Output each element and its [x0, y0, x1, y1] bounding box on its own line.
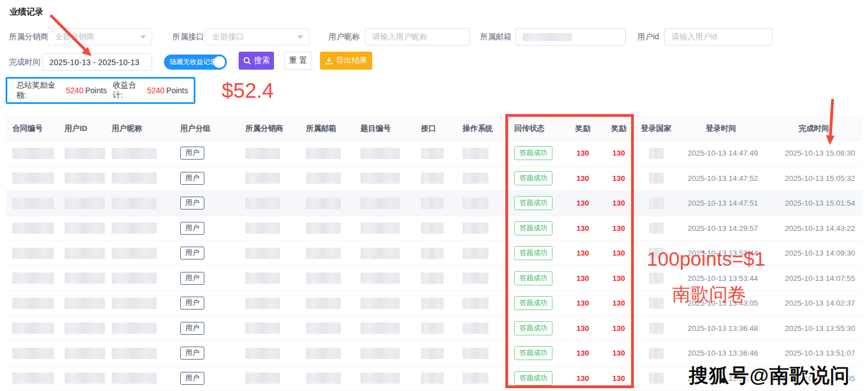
download-icon: [325, 57, 333, 65]
user-group-tag: 用户: [180, 297, 204, 310]
os-redacted: [463, 198, 488, 209]
column-header: 题目编号: [354, 117, 414, 141]
nickname-redacted: [112, 372, 157, 384]
table-row: 用户 答题成功 130 130 2025-10-13 13:53:44 2025…: [6, 241, 862, 266]
export-button[interactable]: 导出结果: [320, 52, 372, 70]
reward-value-2: 130: [602, 366, 636, 391]
reward-value: 130: [564, 291, 602, 316]
contract-no-redacted: [12, 148, 54, 159]
reset-button[interactable]: 重置: [284, 52, 312, 70]
user-group-tag: 用户: [180, 372, 204, 385]
table-header-row: 合同编号用户ID用户昵称用户分组所属分销商所属邮箱题目编号接口操作系统回传状态奖…: [6, 117, 862, 141]
column-header: 接口: [414, 117, 456, 141]
login-country-redacted: [649, 248, 664, 259]
contract-no-redacted: [12, 172, 54, 184]
distributor-redacted: [245, 198, 280, 209]
table-row: 用户 答题成功 130 130 2025-10-13 13:26:43 2025…: [6, 366, 862, 391]
column-header: 奖励: [602, 117, 636, 141]
table-row: 用户 答题成功 130 130 2025-10-13 13:43:05 2025…: [6, 291, 862, 316]
finish-time: 2025-10-13 13:51:07: [765, 341, 862, 366]
table-row: 用户 答题成功 130 130 2025-10-13 13:36:46 2025…: [6, 341, 862, 366]
user-id-placeholder: 请输入用户id: [671, 32, 717, 42]
reward-value: 130: [564, 341, 602, 366]
user-group-tag: 用户: [180, 272, 204, 285]
distributor-redacted: [245, 172, 280, 184]
reward-value: 130: [564, 191, 602, 216]
login-time: 2025-10-13 14:47:49: [677, 141, 765, 166]
user-group-tag: 用户: [180, 322, 204, 335]
distributor-select[interactable]: 全部分销商: [48, 28, 152, 46]
login-country-redacted: [649, 298, 664, 309]
user-id-redacted: [65, 172, 105, 184]
api-select[interactable]: 全部接口: [205, 28, 309, 46]
user-id-label: 用户id: [637, 28, 659, 45]
column-header: 奖励: [564, 117, 602, 141]
contract-no-redacted: [12, 322, 54, 334]
user-id-redacted: [65, 248, 105, 259]
callback-status-badge: 答题成功: [514, 296, 552, 310]
api-redacted: [421, 348, 444, 359]
total-reward-unit: Points: [85, 86, 113, 95]
email-value-redacted: [523, 33, 572, 41]
finish-time: 2025-10-13 15:08:30: [765, 141, 862, 166]
income-total-value: 5240: [145, 86, 166, 95]
reward-value: 130: [564, 216, 602, 241]
os-redacted: [463, 322, 488, 334]
reward-value: 130: [564, 316, 602, 341]
question-no-redacted: [360, 298, 400, 309]
api-redacted: [421, 372, 444, 384]
nickname-redacted: [112, 272, 157, 284]
distributor-redacted: [245, 348, 280, 359]
nickname-redacted: [112, 322, 157, 334]
search-button-label: 搜索: [254, 56, 270, 66]
callback-status-badge: 答题成功: [514, 321, 552, 335]
hide-no-income-toggle[interactable]: 隐藏无收益记录: [164, 54, 227, 70]
column-header: 操作系统: [456, 117, 508, 141]
email-redacted: [306, 272, 341, 284]
chevron-down-icon: [140, 35, 146, 39]
user-group-tag: 用户: [180, 247, 204, 260]
column-header: 回传状态: [508, 117, 564, 141]
api-redacted: [421, 272, 444, 284]
reward-value-2: 130: [602, 241, 636, 266]
os-redacted: [463, 148, 488, 159]
reward-value-2: 130: [602, 291, 636, 316]
login-country-redacted: [649, 198, 664, 209]
performance-records-page: 业绩记录 所属分销商 全部分销商 所属接口 全部接口 用户昵称 请输入用户昵称 …: [0, 0, 868, 391]
question-no-redacted: [360, 248, 400, 259]
reward-value-2: 130: [602, 191, 636, 216]
table-row: 用户 答题成功 130 130 2025-10-13 13:36:48 2025…: [6, 316, 862, 341]
user-id-redacted: [65, 272, 105, 284]
finish-time-label: 完成时间: [9, 53, 40, 70]
email-redacted: [306, 148, 341, 159]
finish-time: 2025-10-13 13:55:30: [765, 316, 862, 341]
email-redacted: [306, 348, 341, 359]
annotation-dollar-note: $52.4: [222, 79, 274, 103]
api-redacted: [421, 148, 444, 159]
finish-time: 2025-10-13 15:05:32: [765, 166, 862, 191]
callback-status-badge: 答题成功: [514, 146, 552, 160]
contract-no-redacted: [12, 372, 54, 384]
reward-value-2: 130: [602, 316, 636, 341]
date-range-input[interactable]: 2025-10-13 - 2025-10-13: [42, 53, 152, 71]
reward-value-2: 130: [602, 341, 636, 366]
login-time: 2025-10-13 13:43:05: [677, 291, 765, 316]
user-id-redacted: [65, 198, 105, 209]
question-no-redacted: [360, 372, 400, 384]
email-redacted: [306, 298, 341, 309]
column-header: 用户分组: [173, 117, 239, 141]
reward-value: 130: [564, 241, 602, 266]
page-title: 业绩记录: [10, 7, 43, 17]
column-header: 所属邮箱: [299, 117, 354, 141]
email-redacted: [306, 222, 341, 234]
login-time: 2025-10-13 13:36:46: [677, 341, 765, 366]
nickname-input[interactable]: 请输入用户昵称: [365, 28, 470, 46]
email-input[interactable]: [515, 28, 626, 46]
email-redacted: [306, 172, 341, 184]
login-time: 2025-10-13 13:53:44: [677, 241, 765, 266]
api-redacted: [421, 172, 444, 184]
nickname-redacted: [112, 348, 157, 359]
os-redacted: [463, 248, 488, 259]
user-id-input[interactable]: 请输入用户id: [664, 28, 773, 46]
search-button[interactable]: 搜索: [239, 52, 274, 70]
